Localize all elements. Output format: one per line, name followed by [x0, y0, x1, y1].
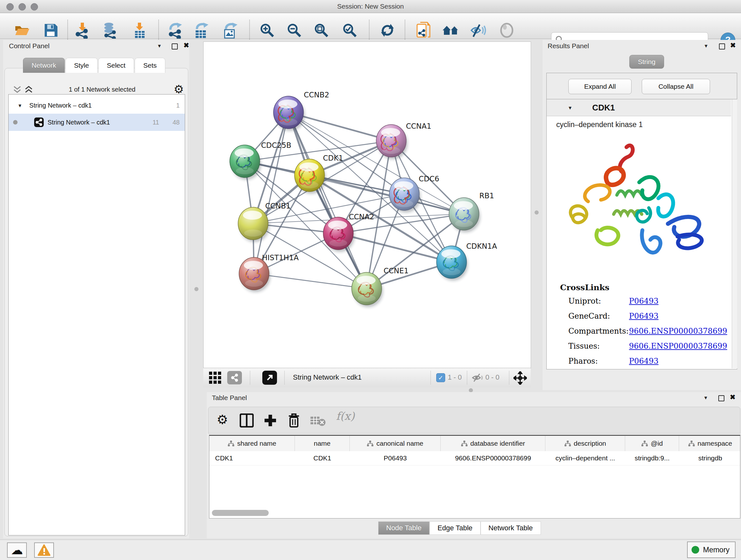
- crosslink-value-link[interactable]: 9606.ENSP00000378699: [629, 327, 727, 335]
- crosslink-value-link[interactable]: P06493: [629, 357, 659, 366]
- table-cell[interactable]: P06493: [350, 451, 441, 465]
- pan-crosshair-icon[interactable]: [514, 371, 527, 385]
- gene-section-header[interactable]: ▼ CDK1: [547, 99, 731, 116]
- export-image-button[interactable]: [221, 21, 239, 40]
- string-glass-effect-button[interactable]: [470, 21, 488, 40]
- table-cell[interactable]: 9606.ENSP00000378699: [441, 451, 545, 465]
- column-header-database-identifier[interactable]: database identifier: [441, 436, 545, 451]
- crosslink-value-link[interactable]: P06493: [629, 297, 659, 306]
- delete-table-icon[interactable]: [310, 415, 327, 426]
- gear-icon[interactable]: ⚙: [217, 412, 228, 427]
- grid-view-button[interactable]: [208, 371, 222, 386]
- toolbar-divider: [467, 371, 467, 385]
- network-row-selected[interactable]: String Network – cdk1 11 48: [9, 114, 185, 131]
- zoom-selected-button[interactable]: [341, 21, 359, 40]
- tab-select[interactable]: Select: [98, 58, 134, 73]
- export-table-button[interactable]: [193, 21, 211, 40]
- function-builder-button[interactable]: f(x): [336, 410, 354, 422]
- table-tabs: Node TableEdge TableNetwork Table: [378, 521, 541, 535]
- network-node-HIST1H1A[interactable]: HIST1H1A: [239, 253, 299, 292]
- results-scrollbar[interactable]: [732, 99, 737, 368]
- crosslink-row: Uniprot:P06493: [568, 297, 728, 306]
- network-edge-HIST1H1A-CCNE1[interactable]: [254, 273, 367, 289]
- columns-icon[interactable]: [240, 414, 254, 428]
- collection-caret-icon[interactable]: ▼: [17, 103, 22, 108]
- expand-all-button[interactable]: Expand All: [568, 79, 631, 94]
- network-node-CCNB2[interactable]: CCNB2: [273, 91, 329, 131]
- tab-node-table[interactable]: Node Table: [378, 521, 429, 535]
- control-panel-float-icon[interactable]: [172, 44, 178, 50]
- zoom-in-button[interactable]: [258, 21, 276, 40]
- collapse-all-button[interactable]: Collapse All: [642, 79, 710, 94]
- import-network-database-button[interactable]: [101, 21, 119, 40]
- table-hscrollbar-thumb[interactable]: [212, 510, 269, 516]
- column-header-canonical-name[interactable]: canonical name: [350, 436, 441, 451]
- hidden-eye-icon[interactable]: [471, 373, 484, 382]
- column-header-description[interactable]: description: [545, 436, 625, 451]
- node-bottom-glow: [236, 167, 254, 174]
- cloud-status-button[interactable]: ☁: [7, 543, 27, 558]
- network-node-CDKN1A[interactable]: CDKN1A: [436, 242, 497, 281]
- node-label-HIST1H1A: HIST1H1A: [262, 253, 299, 262]
- table-panel-menu-icon[interactable]: ▼: [703, 395, 708, 400]
- network-collection-row[interactable]: ▼ String Network – cdk1 1: [9, 97, 185, 114]
- network-canvas[interactable]: CCNB2CCNA1CDC25BCDK1CDC6RB1CCNB1CCNA2CDK…: [203, 42, 531, 368]
- tab-style[interactable]: Style: [65, 58, 98, 73]
- network-edge-CCNB2-CCNE1[interactable]: [288, 112, 367, 289]
- vertical-splitter-handle[interactable]: [194, 287, 199, 291]
- zoom-out-button[interactable]: [285, 21, 303, 40]
- table-panel-close-icon[interactable]: ✖: [730, 393, 736, 401]
- network-node-CCNA1[interactable]: CCNA1: [376, 122, 431, 159]
- crosslinks-title: CrossLinks: [560, 283, 610, 292]
- tab-network[interactable]: Network: [23, 58, 65, 73]
- table-cell[interactable]: stringdb: [679, 451, 740, 465]
- save-session-button[interactable]: [42, 21, 60, 40]
- crosslink-value-link[interactable]: P06493: [629, 312, 659, 320]
- crosslink-value-link[interactable]: 9606.ENSP00000378699: [629, 341, 727, 351]
- string-sphere-disabled-button[interactable]: [498, 21, 516, 40]
- stringify-document-button[interactable]: [415, 21, 433, 40]
- column-header-name[interactable]: name: [295, 436, 350, 451]
- table-row[interactable]: CDK1CDK1P064939606.ENSP00000378699cyclin…: [209, 451, 740, 465]
- memory-button[interactable]: Memory: [687, 542, 736, 558]
- column-header-shared-name[interactable]: shared name: [209, 436, 295, 451]
- import-network-file-button[interactable]: [74, 21, 92, 40]
- network-node-RB1[interactable]: RB1: [449, 192, 494, 233]
- results-panel-close-icon[interactable]: ✖: [730, 42, 736, 49]
- control-panel-close-icon[interactable]: ✖: [184, 42, 189, 49]
- table-panel-float-icon[interactable]: [718, 395, 724, 401]
- warnings-button[interactable]: [34, 543, 54, 558]
- table-cell[interactable]: cyclin–dependent ...: [545, 451, 625, 465]
- zoom-fit-button[interactable]: [313, 21, 330, 40]
- selected-checkbox-icon[interactable]: ✓: [436, 373, 445, 382]
- results-panel-menu-icon[interactable]: ▼: [704, 43, 709, 49]
- birdseye-toggle-button[interactable]: [262, 371, 277, 385]
- table-cell[interactable]: CDK1: [209, 451, 295, 465]
- chevron-double-up-icon[interactable]: [24, 85, 38, 95]
- column-header-namespace[interactable]: namespace: [679, 436, 740, 451]
- share-view-button[interactable]: [227, 371, 242, 384]
- export-network-button[interactable]: [167, 21, 185, 40]
- open-session-button[interactable]: [13, 21, 31, 40]
- string-home-button[interactable]: [442, 21, 460, 40]
- node-gloss: [278, 100, 297, 109]
- tab-network-table[interactable]: Network Table: [481, 521, 541, 535]
- tab-string[interactable]: String: [629, 55, 664, 69]
- tab-sets[interactable]: Sets: [135, 58, 165, 73]
- network-node-CDC6[interactable]: CDC6: [389, 175, 439, 212]
- column-header-@id[interactable]: @id: [625, 436, 679, 451]
- shared-column-icon: [227, 440, 234, 447]
- tab-edge-table[interactable]: Edge Table: [429, 521, 481, 535]
- table-cell[interactable]: stringdb:9...: [625, 451, 679, 465]
- network-edge-CCNB2-HIST1H1A[interactable]: [254, 112, 288, 273]
- refresh-layout-button[interactable]: [379, 21, 396, 40]
- results-panel-float-icon[interactable]: [719, 44, 725, 50]
- plus-icon[interactable]: [263, 414, 277, 428]
- table-cell[interactable]: CDK1: [295, 451, 350, 465]
- trash-icon[interactable]: [287, 413, 300, 428]
- network-node-CCNE1[interactable]: CCNE1: [352, 266, 409, 307]
- control-panel-menu-icon[interactable]: ▼: [157, 43, 162, 49]
- gene-caret-icon[interactable]: ▼: [568, 105, 572, 111]
- import-table-file-button[interactable]: [131, 21, 149, 40]
- vertical-splitter-handle[interactable]: [535, 210, 539, 214]
